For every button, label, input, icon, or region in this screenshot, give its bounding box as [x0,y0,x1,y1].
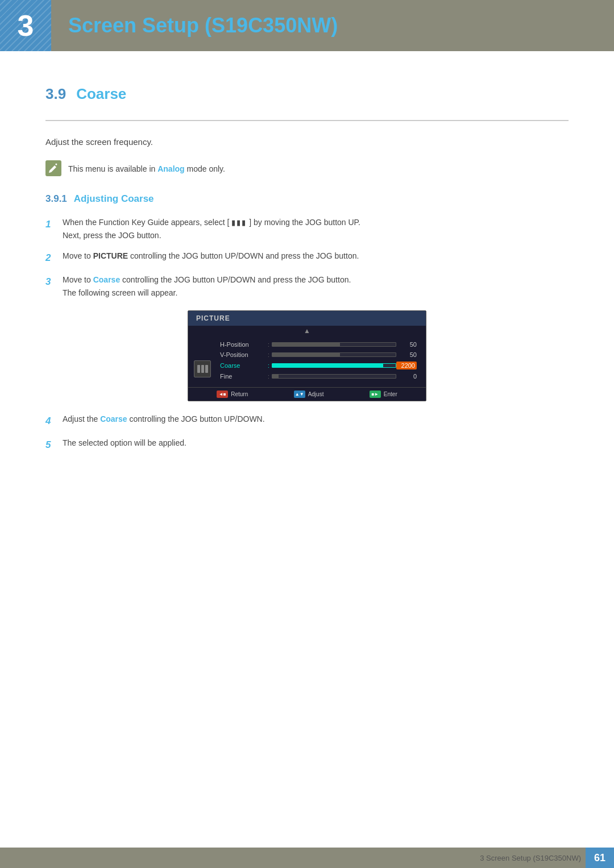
osd-btn-icon-return: ◄■ [217,391,228,398]
chapter-number-box: 3 [0,0,51,51]
osd-label-coarse: Coarse [220,362,265,369]
footer-text: 3 Screen Setup (S19C350NW) [480,854,586,862]
step-item: 1 When the Function Key Guide appears, s… [45,216,569,242]
osd-value-coarse: 2200 [396,362,417,369]
osd-btn-icon-enter: ■► [370,391,381,398]
step-text-4: Adjust the Coarse controlling the JOG bu… [63,413,265,425]
osd-left-icon [188,338,217,383]
osd-fill-vposition [272,353,340,356]
step-item-4: 4 Adjust the Coarse controlling the JOG … [45,413,569,429]
section-title: Coarse [76,85,126,103]
osd-bar-fine [272,374,396,379]
osd-label-hposition: H-Position [220,341,265,348]
osd-sep-1: : [268,342,269,348]
osd-footer: ◄■ Return ▲▼ Adjust ■► Enter [188,387,426,401]
step-number-5: 5 [45,437,63,452]
osd-btn-icon-adjust: ▲▼ [294,391,305,398]
osd-sep-4: : [268,373,269,380]
step-text-1: When the Function Key Guide appears, sel… [63,216,360,242]
subsection-title: Adjusting Coarse [74,193,154,205]
jog-bar-2 [201,365,204,373]
main-content: 3.9 Coarse Adjust the screen frequency. … [0,51,614,506]
step-item: 3 Move to Coarse controlling the JOG but… [45,273,569,299]
osd-value-fine: 0 [396,373,417,380]
note-box: This menu is available in Analog mode on… [45,160,569,176]
section-description: Adjust the screen frequency. [45,135,569,149]
osd-btn-label-adjust: Adjust [308,391,324,397]
header-banner: 3 Screen Setup (S19C350NW) [0,0,614,51]
osd-btn-adjust: ▲▼ Adjust [294,391,324,398]
osd-bar-hposition [272,342,396,347]
pencil-icon [48,163,59,173]
osd-value-vposition: 50 [396,351,417,358]
osd-btn-label-return: Return [231,391,248,397]
osd-fill-hposition [272,343,340,346]
page-footer: 3 Screen Setup (S19C350NW) 61 [0,848,614,868]
step-number-1: 1 [45,216,63,232]
jog-bar-3 [205,365,208,373]
footer-page-number: 61 [586,848,614,868]
step-number-2: 2 [45,250,63,265]
osd-label-vposition: V-Position [220,351,265,358]
osd-btn-return: ◄■ Return [217,391,248,398]
note-text-before: This menu is available in [68,164,157,173]
osd-fill-coarse [272,364,383,367]
step-item: 2 Move to PICTURE controlling the JOG bu… [45,250,569,265]
note-icon [45,160,61,176]
osd-bar-coarse [272,363,396,368]
osd-label-fine: Fine [220,373,265,380]
osd-header: PICTURE [188,311,426,326]
osd-row-hposition: H-Position : 50 [217,339,420,350]
osd-value-hposition: 50 [396,341,417,348]
steps-list: 1 When the Function Key Guide appears, s… [45,216,569,299]
osd-bar-vposition [272,352,396,357]
step-number-4: 4 [45,413,63,429]
osd-arrow: ▲ [188,326,426,336]
note-text-after: mode only. [185,164,225,173]
osd-body: H-Position : 50 V-Position : 50 [188,336,426,387]
step-number-3: 3 [45,273,63,289]
osd-header-label: PICTURE [196,314,230,322]
step-text-2: Move to PICTURE controlling the JOG butt… [63,250,359,262]
note-text: This menu is available in Analog mode on… [68,160,225,175]
step-item-5: 5 The selected option will be applied. [45,437,569,452]
steps-list-2: 4 Adjust the Coarse controlling the JOG … [45,413,569,452]
osd-btn-label-enter: Enter [384,391,397,397]
step-text-5: The selected option will be applied. [63,437,186,449]
osd-mockup: PICTURE ▲ H-Position : 50 [188,310,426,401]
subsection-number: 3.9.1 [45,193,67,205]
jog-icon [194,360,211,377]
section-number: 3.9 [45,85,66,103]
osd-menu: H-Position : 50 V-Position : 50 [217,338,426,383]
osd-btn-enter: ■► Enter [370,391,397,398]
section-heading: 3.9 Coarse [45,85,569,103]
osd-fill-fine [272,375,279,378]
osd-sep-3: : [268,363,269,369]
chapter-title: Screen Setup (S19C350NW) [51,14,338,38]
osd-row-coarse: Coarse : 2200 [217,360,420,371]
chapter-number: 3 [18,9,34,43]
jog-bar-1 [197,365,200,373]
section-divider [45,120,569,121]
osd-row-fine: Fine : 0 [217,371,420,381]
subsection-heading: 3.9.1 Adjusting Coarse [45,193,569,205]
osd-sep-2: : [268,352,269,358]
note-highlight: Analog [157,164,184,173]
step-text-3: Move to Coarse controlling the JOG butto… [63,273,351,299]
osd-row-vposition: V-Position : 50 [217,350,420,360]
